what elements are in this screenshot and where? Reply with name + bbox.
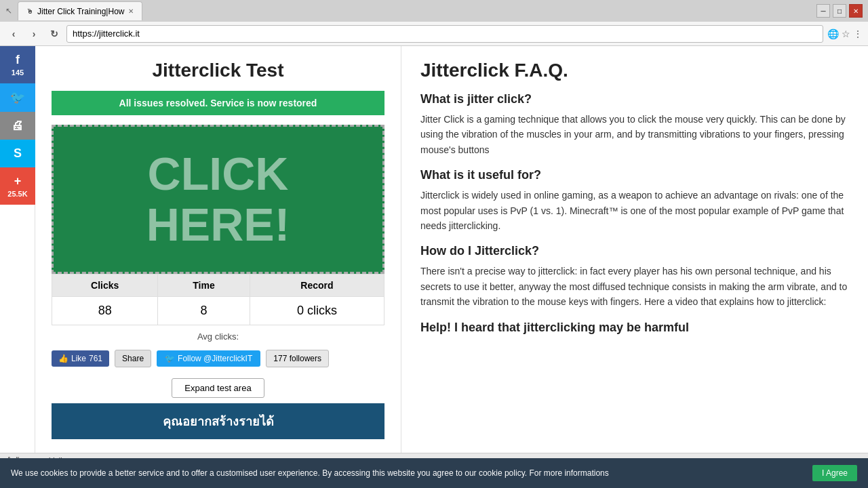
thumbs-up-icon: 👍 <box>58 354 68 363</box>
forward-btn[interactable]: › <box>26 26 42 42</box>
twitter-icon: 🐦 <box>10 90 25 105</box>
facebook-share-btn[interactable]: f 145 <box>0 46 35 83</box>
social-buttons-row: 👍 Like 761 Share 🐦 Follow @JitterclickIT… <box>52 343 384 374</box>
address-bar: ‹ › ↻ 🌐 ☆ ⋮ <box>0 22 868 46</box>
close-btn[interactable]: ✕ <box>849 4 863 18</box>
tab-close-btn[interactable]: ✕ <box>128 7 134 15</box>
add-count: 25.5K <box>7 190 27 198</box>
address-icons: 🌐 ☆ ⋮ <box>827 28 863 39</box>
followers-btn[interactable]: 177 followers <box>266 350 329 367</box>
like-count: 761 <box>89 354 102 363</box>
back-btn[interactable]: ‹ <box>5 26 22 42</box>
click-line1: CLICK <box>146 148 290 199</box>
refresh-btn[interactable]: ↻ <box>46 26 62 42</box>
add-icon: + <box>14 174 22 188</box>
faq-a3: There isn't a precise way to jitterclick… <box>420 264 849 309</box>
right-panel: Jitterclick F.A.Q. What is jitter click?… <box>401 46 868 453</box>
tab-favicon: 🖱 <box>26 7 33 15</box>
twitter-share-btn[interactable]: 🐦 <box>0 83 35 112</box>
social-sidebar: f 145 🐦 🖨 S + 25.5K <box>0 46 35 453</box>
translate-icon[interactable]: 🌐 <box>827 28 839 39</box>
menu-icon[interactable]: ⋮ <box>853 28 863 39</box>
alert-text: All issues resolved. Service is now rest… <box>119 98 317 108</box>
record-value: 0 clicks <box>250 297 384 325</box>
faq-a1: Jitter Click is a gaming technique that … <box>420 112 849 157</box>
col-record-header: Record <box>250 274 384 297</box>
content-area: Jitterclick Test All issues resolved. Se… <box>35 46 868 453</box>
stats-row: 88 8 0 clicks <box>52 297 384 325</box>
time-value: 8 <box>158 297 250 325</box>
col-time-header: Time <box>158 274 250 297</box>
tab-title: Jitter Click Training|How <box>37 7 124 16</box>
facebook-count: 145 <box>12 68 24 77</box>
faq-q1: What is jitter click? <box>420 92 849 106</box>
avg-clicks-label: Avg clicks: <box>197 331 239 342</box>
clicks-value: 88 <box>52 297 158 325</box>
main-content: Jitterclick Test All issues resolved. Se… <box>35 46 868 453</box>
cursor-icon: ↖ <box>5 6 12 16</box>
agree-btn[interactable]: I Agree <box>812 465 857 466</box>
browser-tab[interactable]: 🖱 Jitter Click Training|How ✕ <box>18 1 142 20</box>
cookie-bar: We use cookies to provide a better servi… <box>0 458 868 466</box>
click-line2: HERE! <box>146 199 290 250</box>
url-input[interactable] <box>66 25 823 43</box>
title-bar: ↖ 🖱 Jitter Click Training|How ✕ ─ □ ✕ <box>0 0 868 22</box>
faq-q2: What is it useful for? <box>420 168 849 182</box>
twitter-bird-icon: 🐦 <box>165 354 175 363</box>
skype-btn[interactable]: S <box>0 140 35 167</box>
faq-a2: Jitterclick is widely used in online gam… <box>420 188 849 233</box>
twitter-follow-btn[interactable]: 🐦 Follow @JitterclickIT <box>157 350 260 367</box>
thai-text: คุณอยากสร้างรายได้ <box>163 415 274 428</box>
browser-window: ↖ 🖱 Jitter Click Training|How ✕ ─ □ ✕ ‹ … <box>0 0 868 466</box>
page-title: Jitterclick Test <box>52 60 384 81</box>
window-controls: ─ □ ✕ <box>816 4 863 18</box>
add-btn[interactable]: + 25.5K <box>0 167 35 205</box>
alert-banner: All issues resolved. Service is now rest… <box>52 91 384 115</box>
share-btn[interactable]: Share <box>115 350 151 367</box>
faq-q4: Help! I heard that jitterclicking may be… <box>420 321 849 335</box>
twitter-follow-label: Follow @JitterclickIT <box>178 354 252 363</box>
click-text: CLICK HERE! <box>146 148 290 250</box>
print-btn[interactable]: 🖨 <box>0 112 35 140</box>
facebook-like-btn[interactable]: 👍 Like 761 <box>52 350 109 367</box>
page-wrapper: f 145 🐦 🖨 S + 25.5K Jitterclick Tes <box>0 46 868 453</box>
faq-q3: How do I Jitterclick? <box>420 244 849 258</box>
click-here-area[interactable]: CLICK HERE! <box>52 125 384 274</box>
skype-icon: S <box>14 146 22 161</box>
left-panel: Jitterclick Test All issues resolved. Se… <box>35 46 401 453</box>
faq-title: Jitterclick F.A.Q. <box>420 60 849 81</box>
expand-test-area-btn[interactable]: Expand test area <box>172 378 264 398</box>
print-icon: 🖨 <box>12 119 24 133</box>
stats-table: Clicks Time Record 88 8 0 clicks <box>52 274 384 325</box>
avg-clicks-area: Avg clicks: <box>52 325 384 343</box>
minimize-btn[interactable]: ─ <box>816 4 830 18</box>
bookmark-icon[interactable]: ☆ <box>842 28 850 39</box>
maximize-btn[interactable]: □ <box>833 4 846 18</box>
thai-banner: คุณอยากสร้างรายได้ <box>52 403 384 439</box>
col-clicks-header: Clicks <box>52 274 158 297</box>
like-label: Like <box>71 354 86 363</box>
facebook-icon: f <box>16 53 20 67</box>
